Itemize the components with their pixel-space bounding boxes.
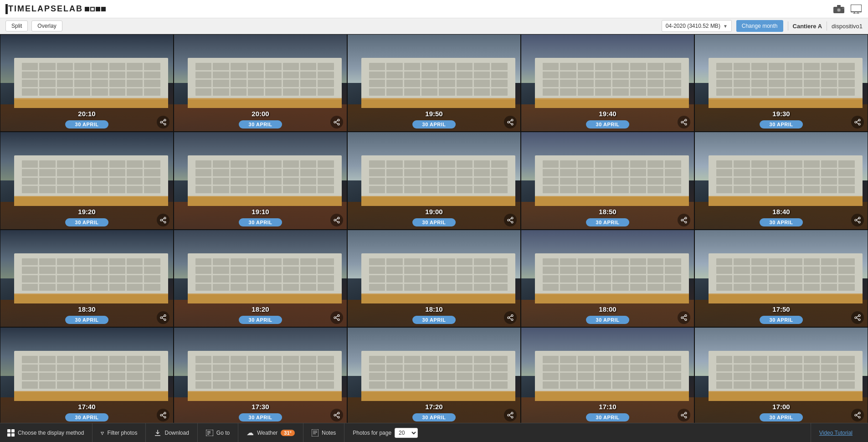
photo-cell[interactable]: 18:50 30 APRIL — [521, 132, 694, 229]
svg-point-19 — [511, 119, 513, 121]
monitor-icon[interactable] — [850, 4, 863, 14]
building-silhouette — [188, 155, 341, 206]
svg-line-78 — [683, 318, 685, 319]
photo-cell[interactable]: 17:00 30 APRIL — [694, 327, 868, 425]
logo-text-lab: LAB — [63, 4, 83, 14]
share-button[interactable] — [504, 214, 517, 226]
goto-item[interactable]: Go to — [198, 423, 238, 442]
building-silhouette — [14, 253, 168, 303]
photo-cell[interactable]: 17:50 30 APRIL — [694, 230, 868, 327]
svg-point-44 — [511, 217, 513, 219]
svg-point-15 — [338, 123, 339, 125]
photo-cell[interactable]: 18:30 30 APRIL — [0, 230, 174, 327]
date-badge: 30 APRIL — [65, 218, 109, 226]
date-badge: 30 APRIL — [586, 218, 630, 226]
notes-item[interactable]: Notes — [303, 423, 344, 442]
svg-line-23 — [509, 123, 511, 124]
photo-cell[interactable]: 20:00 30 APRIL — [174, 34, 347, 132]
photo-cell[interactable]: 19:10 30 APRIL — [174, 132, 347, 229]
svg-line-98 — [509, 416, 511, 417]
toolbar-divider2 — [827, 21, 827, 31]
photo-cell[interactable]: 19:40 30 APRIL — [521, 34, 694, 132]
date-badge: 30 APRIL — [65, 413, 109, 421]
share-button[interactable] — [678, 311, 690, 324]
download-item[interactable]: Download — [146, 423, 197, 442]
share-button[interactable] — [330, 214, 343, 226]
share-button[interactable] — [330, 311, 343, 324]
svg-point-61 — [160, 317, 162, 319]
month-selector[interactable]: 04-2020 (3410.52 MB) ▼ — [662, 20, 732, 32]
change-month-button[interactable]: Change month — [736, 20, 783, 32]
photo-cell[interactable]: 17:30 30 APRIL — [174, 327, 347, 425]
svg-line-12 — [162, 121, 164, 122]
svg-line-92 — [336, 414, 338, 415]
camera-icon[interactable] — [832, 4, 845, 14]
choose-display-item[interactable]: Choose the display method — [7, 423, 92, 442]
date-badge: 30 APRIL — [586, 316, 630, 324]
bottom-bar: Choose the display method ▿ Filter photo… — [0, 423, 868, 442]
filter-photos-item[interactable]: ▿ Filter photos — [92, 423, 146, 442]
time-label: 17:10 — [599, 403, 616, 411]
photo-cell[interactable]: 19:50 30 APRIL — [347, 34, 521, 132]
svg-point-30 — [858, 123, 860, 125]
building-silhouette — [535, 351, 688, 401]
photo-cell[interactable]: 18:00 30 APRIL — [521, 230, 694, 327]
photo-cell[interactable]: 19:00 30 APRIL — [347, 132, 521, 229]
svg-point-45 — [511, 221, 513, 223]
photo-cell[interactable]: 17:20 30 APRIL — [347, 327, 521, 425]
share-button[interactable] — [157, 311, 169, 324]
svg-line-67 — [336, 316, 338, 317]
svg-line-108 — [857, 416, 858, 417]
time-label: 19:00 — [425, 208, 442, 216]
svg-rect-3 — [837, 5, 841, 7]
photo-cell[interactable]: 19:20 30 APRIL — [0, 132, 174, 229]
building-silhouette — [709, 351, 862, 401]
dropdown-arrow-icon: ▼ — [723, 24, 728, 29]
svg-point-70 — [511, 319, 513, 320]
share-button[interactable] — [851, 214, 864, 226]
photo-cell[interactable]: 18:40 30 APRIL — [694, 132, 868, 229]
share-button[interactable] — [851, 311, 864, 324]
svg-point-105 — [858, 416, 860, 418]
svg-line-88 — [162, 416, 164, 417]
weather-temp: 31° — [281, 430, 295, 436]
choose-display-label: Choose the display method — [18, 430, 84, 436]
photo-cell[interactable]: 20:10 30 APRIL — [0, 34, 174, 132]
video-tutorial-link[interactable]: Video Tutorial — [819, 430, 853, 436]
overlay-button[interactable]: Overlay — [31, 21, 62, 31]
toolbar: Split Overlay 04-2020 (3410.52 MB) ▼ Cha… — [0, 18, 868, 34]
svg-line-22 — [509, 121, 511, 122]
building-silhouette — [535, 155, 688, 206]
time-label: 17:50 — [772, 305, 790, 313]
time-label: 18:10 — [425, 305, 442, 313]
time-label: 17:00 — [772, 403, 790, 411]
svg-point-94 — [511, 412, 513, 414]
download-label: Download — [164, 430, 189, 436]
share-button[interactable] — [504, 311, 517, 324]
svg-line-77 — [683, 316, 685, 317]
split-button[interactable]: Split — [5, 21, 28, 31]
building-silhouette — [535, 253, 688, 303]
photo-cell[interactable]: 17:40 30 APRIL — [0, 327, 174, 425]
share-button[interactable] — [157, 214, 169, 226]
svg-line-53 — [683, 221, 685, 222]
filter-photos-label: Filter photos — [107, 430, 137, 436]
date-badge: 30 APRIL — [586, 120, 630, 128]
photo-cell[interactable]: 18:10 30 APRIL — [347, 230, 521, 327]
svg-line-47 — [509, 218, 511, 220]
site-name: Cantiere A — [793, 23, 822, 30]
svg-rect-5 — [851, 5, 862, 12]
goto-label: Go to — [216, 430, 230, 436]
weather-item[interactable]: ☁ Weather 31° — [238, 423, 303, 442]
svg-point-39 — [338, 217, 339, 219]
photo-cell[interactable]: 17:10 30 APRIL — [521, 327, 694, 425]
video-tutorial-item[interactable]: Video Tutorial — [811, 423, 861, 442]
photo-cell[interactable]: 19:30 30 APRIL — [694, 34, 868, 132]
svg-point-36 — [160, 219, 162, 221]
photos-per-page-select[interactable]: 20 10 50 100 — [395, 428, 418, 438]
time-label: 19:50 — [425, 110, 442, 118]
time-label: 20:00 — [252, 110, 269, 118]
photo-grid: 20:10 30 APRIL 20:00 30 APRIL — [0, 34, 868, 425]
photo-cell[interactable]: 18:20 30 APRIL — [174, 230, 347, 327]
share-button[interactable] — [678, 214, 690, 226]
